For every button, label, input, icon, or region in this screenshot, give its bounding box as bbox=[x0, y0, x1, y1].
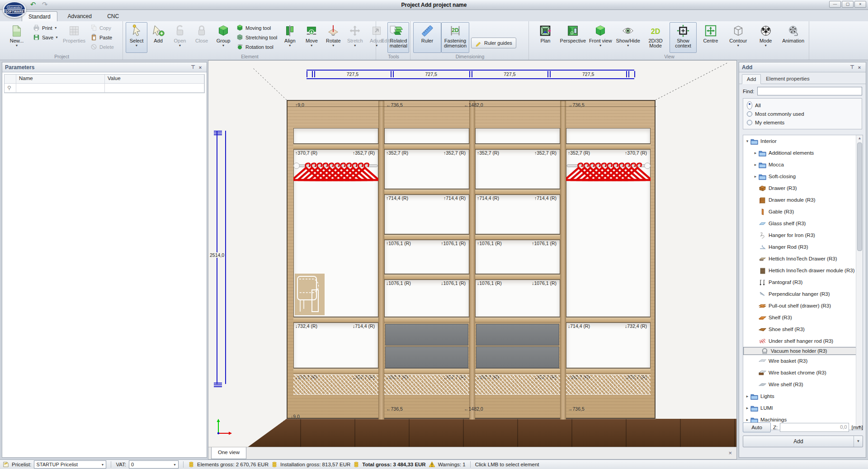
tree-item-perpendicular-hanger-r3[interactable]: Perpendicular hanger (R3) bbox=[743, 288, 863, 300]
add-button-dropdown[interactable]: ▼ bbox=[854, 436, 863, 447]
scrollbar-thumb[interactable] bbox=[857, 142, 862, 251]
drawer-front[interactable] bbox=[385, 346, 468, 368]
undo-icon[interactable]: ↶ bbox=[28, 0, 38, 9]
tree-item-wire-basket-chrome-r3[interactable]: Wire basket chrome (R3) bbox=[743, 367, 863, 379]
show-context-button[interactable]: Show context bbox=[670, 22, 697, 53]
move-button[interactable]: Move▼ bbox=[301, 22, 322, 53]
show-hide-button[interactable]: Show/Hide▼ bbox=[614, 22, 642, 53]
radio-icon[interactable] bbox=[747, 111, 752, 117]
expand-arrow-icon[interactable]: ▸ bbox=[745, 406, 750, 410]
moving-tool-button[interactable]: Moving tool bbox=[234, 23, 279, 33]
fastening-dimension-button[interactable]: 2DFastening dimension bbox=[441, 22, 469, 53]
parameter-name-cell[interactable] bbox=[16, 84, 105, 92]
2d-3d-mode-button[interactable]: 2D2D/3D Mode bbox=[642, 22, 670, 53]
tree-item-gable-r3[interactable]: Gable (R3) bbox=[743, 206, 863, 218]
ribbon-tab-cnc[interactable]: CNC bbox=[101, 11, 125, 21]
vat-select[interactable]: 0▼ bbox=[129, 460, 179, 469]
expand-arrow-icon[interactable]: ▸ bbox=[753, 151, 758, 155]
tree-item-shoe-shelf-r3[interactable]: Shoe shelf (R3) bbox=[743, 323, 863, 335]
drawing-canvas[interactable]: 727,5727,5727,5727,52514,0↑370,7 (R)↑352… bbox=[208, 60, 737, 460]
find-input[interactable] bbox=[757, 87, 862, 95]
app-logo[interactable]: Komandor SOFTWARE bbox=[3, 1, 26, 18]
select-button[interactable]: Select▼ bbox=[126, 22, 147, 53]
mode-button[interactable]: Mode▼ bbox=[752, 22, 779, 53]
rotation-tool-button[interactable]: Rotation tool bbox=[234, 42, 279, 52]
view-tab-one-view[interactable]: One view bbox=[211, 447, 246, 459]
drawer-front[interactable] bbox=[476, 346, 559, 368]
hanger-rod-with-hangers[interactable] bbox=[293, 159, 378, 197]
add-button[interactable]: Add bbox=[147, 22, 169, 53]
tree-item-hettich-innotech-drawer-module-r3[interactable]: Hettich InnoTech drawer module (R3) bbox=[743, 265, 863, 276]
tree-item-glass-shelf-r3[interactable]: Glass shelf (R3) bbox=[743, 218, 863, 229]
tree-item-interior[interactable]: ▾Interior bbox=[743, 135, 863, 147]
z-input[interactable]: 0,0 bbox=[780, 423, 849, 432]
tree-item-pull-out-shelf-drawer-r3[interactable]: Pull-out shelf (drawer) (R3) bbox=[743, 300, 863, 312]
expand-arrow-icon[interactable]: ▸ bbox=[753, 174, 758, 179]
column-header-name[interactable]: Name bbox=[16, 75, 105, 83]
auto-button[interactable]: Auto bbox=[743, 422, 771, 432]
filter-option-my-elements[interactable]: My elements bbox=[747, 118, 858, 127]
rotate-button[interactable]: Rotate▼ bbox=[322, 22, 344, 53]
ribbon-tab-advanced[interactable]: Advanced bbox=[61, 11, 98, 21]
ruler-button[interactable]: Ruler bbox=[413, 22, 441, 53]
expand-arrow-icon[interactable]: ▾ bbox=[745, 139, 750, 143]
close-panel-icon[interactable]: × bbox=[197, 65, 204, 70]
radio-icon[interactable] bbox=[747, 120, 752, 125]
expand-arrow-icon[interactable]: ▸ bbox=[753, 162, 758, 167]
ribbon-tab-standard[interactable]: Standard bbox=[22, 11, 57, 21]
wardrobe-drawing[interactable]: ↑370,7 (R)↑352,7 (R)↑352,7 (R)↑352,7 (R)… bbox=[287, 100, 656, 419]
tree-item-hettich-innotech-drawer-r3[interactable]: Hettich InnoTech Drawer (R3) bbox=[743, 253, 863, 265]
panel-tab-element-properties[interactable]: Element properties bbox=[761, 74, 814, 84]
warnings-count[interactable]: Warnings: 1 bbox=[438, 462, 466, 467]
expand-arrow-icon[interactable]: ▸ bbox=[745, 417, 750, 422]
contour-button[interactable]: Contour▼ bbox=[724, 22, 752, 53]
close-view-icon[interactable]: × bbox=[728, 450, 732, 456]
close-panel-icon[interactable]: × bbox=[856, 65, 863, 70]
column-header-value[interactable]: Value bbox=[105, 75, 204, 83]
filter-option-most-commonly-used[interactable]: Most commonly used bbox=[747, 109, 858, 118]
front-view-button[interactable]: Front view▼ bbox=[587, 22, 614, 53]
tree-item-hanger-for-iron-r3[interactable]: Hanger for Iron (R3) bbox=[743, 229, 863, 241]
drawer-front[interactable] bbox=[385, 324, 468, 346]
tree-item-pantograf-r3[interactable]: Pantograf (R3) bbox=[743, 276, 863, 288]
drawer-front[interactable] bbox=[476, 324, 559, 346]
new-button[interactable]: New...▼ bbox=[3, 22, 31, 53]
perspective-button[interactable]: Perspective bbox=[559, 22, 587, 53]
close-button[interactable]: × bbox=[854, 1, 866, 8]
expand-arrow-icon[interactable]: ▸ bbox=[745, 394, 750, 398]
panel-tab-add[interactable]: Add bbox=[742, 74, 761, 84]
tree-item-additional-elements[interactable]: ▸Additional elements bbox=[743, 147, 863, 159]
group-button[interactable]: Group▼ bbox=[212, 22, 234, 53]
tree-item-mocca[interactable]: ▸Mocca bbox=[743, 159, 863, 171]
tree-item-vacuum-hose-holder-r3[interactable]: Vacuum hose holder (R3) bbox=[743, 347, 863, 355]
minimize-button[interactable]: — bbox=[829, 1, 841, 8]
pin-icon[interactable]: ⊤ bbox=[849, 64, 856, 70]
animation-button[interactable]: Animation bbox=[779, 22, 807, 53]
tree-item-lights[interactable]: ▸Lights bbox=[743, 390, 863, 402]
tree-item-shelf-r3[interactable]: Shelf (R3) bbox=[743, 312, 863, 323]
tree-item-drawer-r3[interactable]: Drawer (R3) bbox=[743, 182, 863, 194]
add-element-button[interactable]: Add ▼ bbox=[743, 436, 863, 447]
tree-item-wire-basket-r3[interactable]: Wire basket (R3) bbox=[743, 355, 863, 367]
tree-scrollbar[interactable]: ▲▼ bbox=[856, 135, 863, 430]
scroll-up-icon[interactable]: ▲ bbox=[856, 136, 863, 140]
tree-item-under-shelf-hanger-rod-r3[interactable]: Under shelf hanger rod (R3) bbox=[743, 335, 863, 347]
parameter-value-cell[interactable] bbox=[105, 84, 204, 92]
tree-item-drawer-module-r3[interactable]: Drawer module (R3) bbox=[743, 194, 863, 206]
maximize-button[interactable]: ▢ bbox=[842, 1, 854, 8]
ruler-guides-button[interactable]: Ruler guides bbox=[471, 38, 516, 48]
tree-item-lumi[interactable]: ▸LUMI bbox=[743, 402, 863, 414]
tree-item-soft-closing[interactable]: ▸Soft-closing bbox=[743, 171, 863, 182]
centre-button[interactable]: Centre bbox=[697, 22, 724, 53]
stretching-tool-button[interactable]: Stretching tool bbox=[234, 33, 279, 42]
hanger-rod-with-hangers[interactable] bbox=[566, 159, 651, 197]
iron-board-element[interactable] bbox=[294, 273, 326, 316]
radio-icon[interactable] bbox=[747, 101, 752, 109]
paste-button[interactable]: Paste bbox=[88, 33, 116, 42]
tree-item-wire-shelf-r3[interactable]: Wire shelf (R3) bbox=[743, 379, 863, 390]
pin-icon[interactable]: ⊤ bbox=[189, 64, 197, 70]
redo-icon[interactable]: ↷ bbox=[40, 0, 50, 9]
filter-option-all[interactable]: All bbox=[747, 101, 858, 109]
tree-item-hanger-rod-r3[interactable]: Hanger Rod (R3) bbox=[743, 241, 863, 253]
save-button[interactable]: Save▼ bbox=[31, 33, 60, 42]
